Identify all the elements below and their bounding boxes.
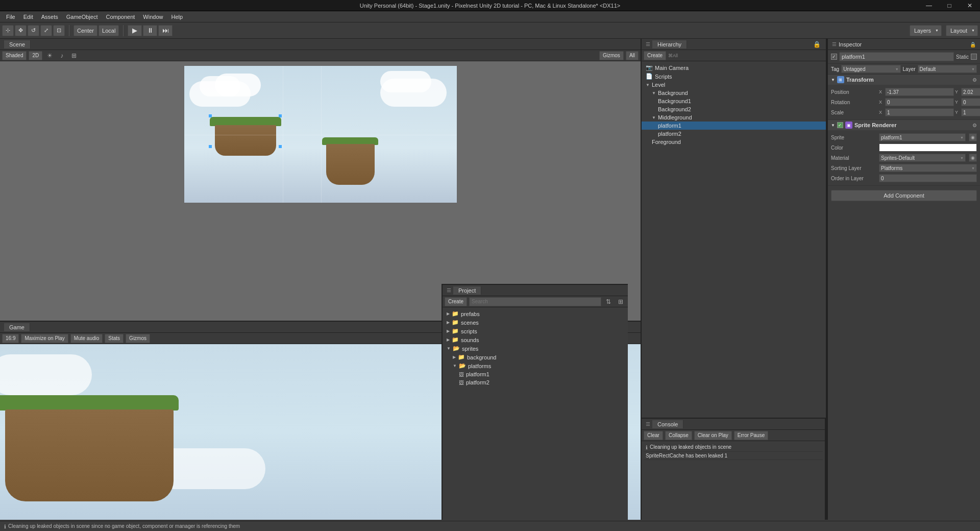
- layout-dropdown[interactable]: Layout: [946, 25, 978, 36]
- sorting-layer-field[interactable]: Platforms: [879, 164, 977, 172]
- menu-component[interactable]: Component: [102, 13, 139, 21]
- 2d-toggle[interactable]: 2D: [29, 51, 42, 60]
- project-item-platforms[interactable]: ▼ 📂 platforms: [443, 361, 628, 370]
- hierarchy-item-middleground[interactable]: ▼ Middleground: [642, 113, 826, 122]
- project-item-sprites[interactable]: ▼ 📂 sprites: [443, 344, 628, 353]
- position-y-input[interactable]: [961, 88, 980, 96]
- shading-dropdown[interactable]: Shaded: [2, 51, 27, 60]
- console-clear-btn[interactable]: Clear: [644, 431, 663, 440]
- menu-assets[interactable]: Assets: [37, 13, 62, 21]
- hierarchy-item-level[interactable]: ▼ Level: [642, 81, 826, 89]
- hand-tool[interactable]: ⊹: [2, 25, 14, 36]
- sprite-renderer-header[interactable]: ▼ ✓ ▣ Sprite Renderer ⚙: [828, 120, 980, 130]
- project-item-scripts[interactable]: ▶ 📁 scripts: [443, 327, 628, 335]
- move-tool[interactable]: ✥: [15, 25, 27, 36]
- scale-x-input[interactable]: [885, 108, 954, 116]
- transform-header[interactable]: ▼ ⊞ Transform ⚙: [828, 75, 980, 85]
- layers-dropdown[interactable]: Layers: [910, 25, 942, 36]
- material-field[interactable]: Sprites-Default: [879, 154, 966, 162]
- sprite-check[interactable]: ✓: [837, 122, 843, 128]
- add-component-button[interactable]: Add Component: [831, 190, 977, 201]
- scale-tool[interactable]: ⤢: [40, 25, 52, 36]
- menu-help[interactable]: Help: [167, 13, 187, 21]
- console-collapse-btn[interactable]: Collapse: [665, 431, 692, 440]
- pause-button[interactable]: ⏸: [143, 25, 157, 36]
- project-item-scenes[interactable]: ▶ 📁 scenes: [443, 318, 628, 327]
- minimize-button[interactable]: —: [919, 0, 939, 11]
- rect-tool[interactable]: ⊡: [53, 25, 65, 36]
- console-message-1[interactable]: ℹ Cleaning up leaked objects in scene: [644, 443, 823, 452]
- maximize-on-play[interactable]: Maximize on Play: [21, 334, 68, 343]
- color-field[interactable]: [879, 143, 977, 152]
- project-item-platform1[interactable]: 🖼 platform1: [443, 370, 628, 378]
- audio-icon[interactable]: ♪: [57, 51, 67, 61]
- window-controls[interactable]: — □ ✕: [919, 0, 980, 11]
- center-button[interactable]: Center: [74, 25, 97, 36]
- project-item-prefabs[interactable]: ▶ 📁 prefabs: [443, 309, 628, 318]
- project-toolbar: Create ⇅ ⊞: [443, 296, 628, 307]
- rotation-y-input[interactable]: [961, 98, 980, 106]
- close-button[interactable]: ✕: [960, 0, 980, 11]
- tag-dropdown[interactable]: Untagged: [841, 65, 900, 73]
- fx-icon[interactable]: ⊞: [69, 51, 79, 61]
- console-message-2[interactable]: SpriteRectCache has been leaked 1: [644, 452, 823, 460]
- sprite-settings-icon[interactable]: ⚙: [972, 123, 977, 128]
- rotation-x-input[interactable]: [885, 98, 954, 106]
- static-checkbox[interactable]: [971, 54, 977, 60]
- object-name-input[interactable]: [839, 52, 954, 61]
- maximize-button[interactable]: □: [939, 0, 960, 11]
- hierarchy-create[interactable]: Create: [644, 51, 666, 60]
- console-clear-on-play-btn[interactable]: Clear on Play: [694, 431, 732, 440]
- project-item-background[interactable]: ▶ 📁 background: [443, 353, 628, 361]
- hierarchy-item-background1[interactable]: Background1: [642, 97, 826, 105]
- aspect-dropdown[interactable]: 16:9: [2, 334, 19, 343]
- project-item-sounds[interactable]: ▶ 📁 sounds: [443, 335, 628, 344]
- hierarchy-lock[interactable]: 🔒: [812, 39, 822, 50]
- stats-button[interactable]: Stats: [105, 334, 124, 343]
- hierarchy-tab[interactable]: Hierarchy: [652, 40, 687, 49]
- layer-label: Layer: [903, 66, 916, 72]
- all-search[interactable]: All: [626, 51, 639, 60]
- lock-btn[interactable]: 🔒: [970, 41, 976, 47]
- static-label: Static: [956, 54, 969, 60]
- step-button[interactable]: ⏭: [158, 25, 173, 36]
- menu-window[interactable]: Window: [139, 13, 167, 21]
- project-create[interactable]: Create: [445, 297, 467, 306]
- order-field[interactable]: [879, 174, 977, 182]
- game-tab[interactable]: Game: [4, 323, 30, 331]
- play-button[interactable]: ▶: [128, 25, 142, 36]
- menu-edit[interactable]: Edit: [19, 13, 37, 21]
- project-item-platform2[interactable]: 🖼 platform2: [443, 378, 628, 387]
- hierarchy-item-background2[interactable]: Background2: [642, 105, 826, 113]
- project-tab[interactable]: Project: [453, 286, 481, 295]
- game-gizmos[interactable]: Gizmos: [126, 334, 150, 343]
- object-active-checkbox[interactable]: [831, 54, 837, 60]
- transform-settings-icon[interactable]: ⚙: [972, 77, 977, 83]
- hierarchy-item-foreground[interactable]: Foreground: [642, 138, 826, 146]
- mute-audio[interactable]: Mute audio: [70, 334, 103, 343]
- scale-y-input[interactable]: [961, 108, 980, 116]
- menu-file[interactable]: File: [2, 13, 19, 21]
- hierarchy-item-platform1[interactable]: platform1: [642, 122, 826, 130]
- menu-gameobject[interactable]: GameObject: [62, 13, 102, 21]
- console-tab[interactable]: Console: [652, 420, 683, 428]
- hierarchy-item-platform2[interactable]: platform2: [642, 130, 826, 138]
- layer-dropdown[interactable]: Default: [918, 65, 977, 73]
- lighting-icon[interactable]: ☀: [44, 51, 55, 61]
- project-filter-icon[interactable]: ⊞: [616, 297, 626, 307]
- position-x-input[interactable]: [885, 88, 954, 96]
- rotate-tool[interactable]: ↺: [28, 25, 39, 36]
- local-button[interactable]: Local: [99, 25, 119, 36]
- hierarchy-item-background[interactable]: ▼ Background: [642, 89, 826, 97]
- sprite-picker[interactable]: ◉: [969, 133, 977, 141]
- scripts-folder-icon: 📁: [452, 328, 459, 334]
- hierarchy-item-scripts[interactable]: 📄 Scripts: [642, 72, 826, 81]
- project-sort-icon[interactable]: ⇅: [603, 297, 614, 307]
- material-picker[interactable]: ◉: [969, 154, 977, 162]
- hierarchy-item-main-camera[interactable]: 📷 Main Camera: [642, 63, 826, 72]
- console-error-pause-btn[interactable]: Error Pause: [734, 431, 768, 440]
- gizmos-button[interactable]: Gizmos: [599, 51, 624, 60]
- project-search[interactable]: [469, 297, 601, 306]
- scene-tab[interactable]: Scene: [4, 40, 31, 49]
- sprite-field[interactable]: platform1: [879, 133, 966, 141]
